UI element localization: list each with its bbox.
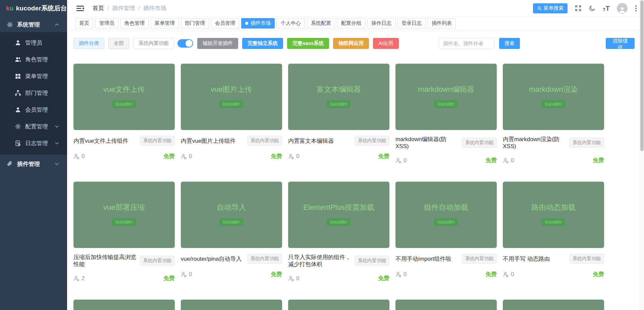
plugin-tag: 系统内置功能 <box>355 136 389 146</box>
breadcrumb-plugin-market: 插件市场 <box>143 4 166 12</box>
install-count: 0 <box>181 271 192 278</box>
sidebar-item-menus[interactable]: 菜单管理 <box>0 68 67 84</box>
fullscreen-icon[interactable] <box>575 5 582 12</box>
breadcrumb-separator: / <box>107 5 109 12</box>
tab-system-config[interactable]: 系统配置 <box>307 18 335 28</box>
clear-cache-button[interactable]: 清除缓存 <box>606 38 635 49</box>
plugin-banner[interactable]: vue部署压缩 kucoder <box>73 182 175 248</box>
tab-admins[interactable]: 管理员 <box>95 18 118 28</box>
user-icon <box>15 107 21 113</box>
plugin-banner[interactable]: 自动导入 kucoder <box>181 182 282 248</box>
tab-roles[interactable]: 角色管理 <box>120 18 149 28</box>
install-count: 0 <box>395 271 407 278</box>
sidebar-item-members[interactable]: 会员管理 <box>0 101 67 118</box>
sidebar-item-roles[interactable]: 角色管理 <box>0 51 67 68</box>
filter-standalone-system-button[interactable]: 完整独立系统 <box>242 38 283 49</box>
sidebar-item-log-management[interactable]: 日志管理 <box>0 135 67 151</box>
builtin-toggle[interactable] <box>177 39 193 48</box>
plugin-search-input[interactable] <box>439 38 494 49</box>
plugin-title: ElementPlus按需加载 <box>303 202 374 212</box>
plugin-card-partial <box>395 300 497 310</box>
log-document-icon <box>15 140 21 146</box>
plugin-banner[interactable]: 路由动态加载 kucoder <box>503 182 604 248</box>
plugin-category-button[interactable]: 插件分类 <box>73 38 104 49</box>
avatar-icon <box>618 6 626 14</box>
tab-menus[interactable]: 菜单管理 <box>151 18 179 28</box>
filter-bar: 插件分类 全部 系统内置功能 辅助开发插件 完整独立系统 完整sass系统 物联… <box>73 38 644 49</box>
avatar[interactable] <box>617 3 628 14</box>
sidebar-item-plugin-management[interactable]: 插件管理 <box>0 155 67 173</box>
tab-home[interactable]: 首页 <box>75 18 93 28</box>
search-icon <box>537 6 542 11</box>
install-count: 0 <box>181 153 192 160</box>
plugin-title: 组件自动加载 <box>424 202 468 212</box>
sidebar-item-label: 插件管理 <box>17 160 40 168</box>
tab-login-logs[interactable]: 登录日志 <box>397 18 426 28</box>
sidebar-item-label: 菜单管理 <box>25 72 48 80</box>
page-scrollbar[interactable] <box>640 0 644 310</box>
filter-builtin-button[interactable]: 系统内置功能 <box>133 38 174 49</box>
plugin-title: vue图片上传 <box>211 84 252 95</box>
plugin-tag: 系统内置功能 <box>140 256 175 266</box>
plugin-banner[interactable] <box>181 300 282 310</box>
app-title: kucoder系统后台 <box>16 4 67 13</box>
plugin-description: 内置markdown渲染(防XSS) <box>503 136 567 150</box>
kebab-menu-icon[interactable] <box>635 5 637 12</box>
plugin-title: vue部署压缩 <box>103 202 145 212</box>
plugin-banner[interactable]: 富文本编辑器 kucoder <box>288 64 389 130</box>
tab-profile[interactable]: 个人中心 <box>277 18 305 28</box>
tab-config-groups[interactable]: 配置分组 <box>337 18 365 28</box>
scrollbar-thumb[interactable] <box>640 0 644 151</box>
install-count: 0 <box>73 153 85 160</box>
plugin-banner[interactable] <box>503 300 604 310</box>
plugin-author-badge: kucoder <box>219 218 244 226</box>
plugin-author-badge: kucoder <box>327 100 351 108</box>
tab-operation-logs[interactable]: 操作日志 <box>367 18 395 28</box>
plugin-card-partial <box>503 300 604 310</box>
price-label: 免费 <box>378 274 389 282</box>
font-size-icon[interactable]: TT <box>603 5 610 12</box>
plugin-banner[interactable]: 组件自动加载 kucoder <box>395 182 497 248</box>
plugin-description: 不用手动import组件啦 <box>395 255 459 262</box>
sidebar-item-system-management[interactable]: 系统管理 <box>0 17 67 32</box>
tab-members[interactable]: 会员管理 <box>211 18 239 28</box>
filter-all-button[interactable]: 全部 <box>108 38 129 49</box>
breadcrumb-separator: / <box>139 5 140 12</box>
moon-icon[interactable] <box>589 5 596 12</box>
sidebar-item-config-management[interactable]: 配置管理 <box>0 118 67 135</box>
plugin-banner[interactable]: markdown渲染 kucoder <box>503 64 604 130</box>
plugin-banner[interactable] <box>288 300 389 310</box>
plugin-author-badge: kucoder <box>541 100 566 108</box>
search-button[interactable]: 搜索 <box>499 38 520 49</box>
plugin-tag: 系统内置功能 <box>140 136 175 146</box>
filter-ai-button[interactable]: AI应用 <box>373 38 398 49</box>
plugin-banner[interactable]: vue图片上传 kucoder <box>181 64 282 130</box>
breadcrumb-home[interactable]: 首页 <box>93 4 104 12</box>
plugin-author-badge: kucoder <box>434 218 458 226</box>
toggle-knob <box>185 40 193 47</box>
plugin-author-badge: kucoder <box>327 218 351 226</box>
plugin-banner[interactable]: ElementPlus按需加载 kucoder <box>288 182 389 248</box>
tab-departments[interactable]: 部门管理 <box>181 18 209 28</box>
install-count: 0 <box>395 157 407 164</box>
sidebar-item-label: 角色管理 <box>25 56 48 63</box>
sidebar-item-admins[interactable]: 管理员 <box>0 34 67 51</box>
tab-plugin-list[interactable]: 插件列表 <box>428 18 456 28</box>
plugin-title: markdown编辑器 <box>418 84 474 95</box>
filter-iot-button[interactable]: 物联网应用 <box>333 38 369 49</box>
breadcrumb-plugin-management[interactable]: 插件管理 <box>112 4 135 12</box>
plugin-banner[interactable]: markdown编辑器 kucoder <box>395 64 497 130</box>
sidebar-item-departments[interactable]: 部门管理 <box>0 84 67 101</box>
topbar: 首页 / 插件管理 / 插件市场 菜单搜索 TT <box>67 0 644 17</box>
plugin-banner[interactable]: vue文件上传 kucoder <box>73 64 175 130</box>
plugin-banner[interactable] <box>73 300 175 310</box>
menu-fold-icon[interactable] <box>76 5 84 11</box>
filter-sass-system-button[interactable]: 完整sass系统 <box>287 38 329 49</box>
price-label: 免费 <box>593 157 604 164</box>
plugin-banner[interactable] <box>395 300 497 310</box>
tab-plugin-market[interactable]: 插件市场 <box>241 18 275 28</box>
filter-dev-helper-button[interactable]: 辅助开发插件 <box>197 38 238 49</box>
menu-search-button[interactable]: 菜单搜索 <box>533 3 568 13</box>
plugin-author-badge: kucoder <box>434 100 458 108</box>
plugin-title: 路由动态加载 <box>531 202 576 212</box>
